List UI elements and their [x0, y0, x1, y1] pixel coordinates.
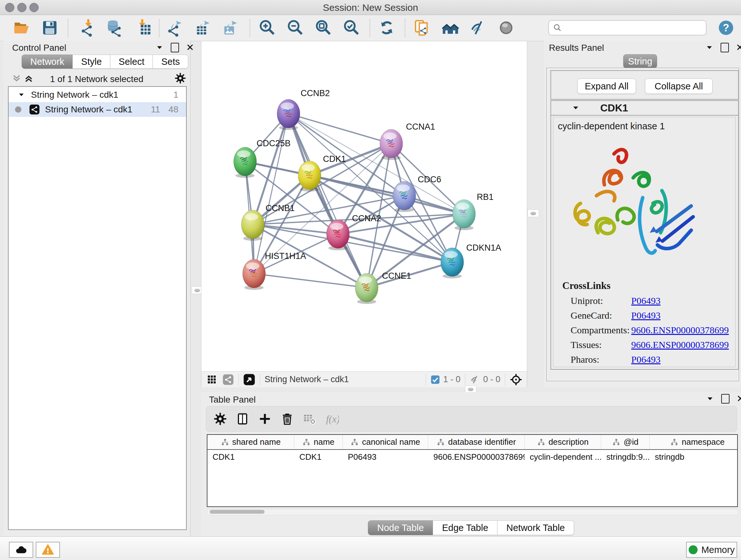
tab-string[interactable]: String [623, 54, 657, 68]
help-button[interactable]: ? [718, 19, 736, 38]
network-selection-status: 1 of 1 Network selected [3, 74, 190, 84]
birdseye-view-icon[interactable] [243, 374, 255, 386]
zoom-in-button[interactable] [259, 19, 277, 37]
search-box[interactable] [548, 20, 706, 36]
crosslink-value-link[interactable]: P06493 [631, 295, 661, 306]
crosslink-value-link[interactable]: 9606.ENSP00000378699 [631, 325, 729, 335]
close-panel-button[interactable]: ✕ [736, 44, 741, 52]
columns-button[interactable] [235, 412, 250, 426]
tab-sets[interactable]: Sets [152, 55, 188, 69]
float-panel-button[interactable] [721, 43, 729, 52]
tab-style[interactable]: Style [72, 55, 110, 69]
network-canvas[interactable]: CCNB2CCNA1CDC25BCDK1CDC6RB1CCNB1CCNA2CDK… [201, 41, 527, 371]
column-header-namespace[interactable]: namespace [650, 435, 738, 449]
zoom-selected-button[interactable] [343, 19, 361, 37]
float-panel-caret-icon[interactable] [706, 395, 714, 403]
options-gear-icon[interactable] [174, 72, 186, 84]
column-header-database-identifier[interactable]: database identifier [428, 435, 525, 449]
tab-select[interactable]: Select [110, 55, 153, 69]
zoom-fit-button[interactable] [315, 19, 333, 37]
column-header-description[interactable]: description [525, 435, 601, 449]
entry-collapse-caret-icon[interactable] [571, 104, 580, 112]
node-label-CCNA1: CCNA1 [406, 122, 435, 132]
control-panel-window-controls: ✕ [155, 43, 194, 52]
save-session-button[interactable] [41, 19, 59, 37]
expand-all-button[interactable]: Expand All [577, 78, 636, 94]
share-chip-icon[interactable] [222, 374, 234, 385]
memory-button[interactable]: Memory [686, 542, 737, 558]
table-body: CDK1CDK1P064939606.ENSP00000378699cyclin… [207, 450, 737, 464]
node-label-HIST1H1A: HIST1H1A [265, 251, 306, 261]
network-node-CDKN1A[interactable] [441, 248, 464, 278]
network-node-RB1[interactable] [453, 199, 475, 230]
network-node-CCNB1[interactable] [241, 210, 264, 241]
network-graph[interactable]: CCNB2CCNA1CDC25BCDK1CDC6RB1CCNB1CCNA2CDK… [201, 41, 527, 371]
string-document-button[interactable] [413, 19, 431, 37]
table-panel-title: Table Panel [209, 395, 256, 405]
caret-down-icon [705, 44, 714, 52]
export-table-button[interactable] [195, 19, 213, 37]
tree-expand-caret-icon[interactable] [17, 91, 25, 99]
crosslink-row: Tissues:9606.ENSP00000378699 [570, 337, 730, 352]
import-network-file-button[interactable] [78, 19, 96, 37]
column-header-canonical-name[interactable]: canonical name [343, 435, 428, 449]
tab-network-table[interactable]: Network Table [497, 520, 574, 535]
table-horizontal-scrollbar[interactable] [207, 509, 738, 515]
crosslink-value-link[interactable]: P06493 [631, 354, 661, 365]
close-panel-button[interactable]: ✕ [737, 395, 741, 403]
hide-selected-button[interactable] [469, 19, 488, 37]
column-header-name[interactable]: name [294, 435, 343, 449]
network-node-HIST1H1A[interactable] [243, 259, 266, 290]
column-header-shared-name[interactable]: shared name [207, 435, 294, 449]
import-network-database-icon [105, 19, 123, 37]
network-node-CCNE1[interactable] [355, 273, 378, 304]
gene-entry-header[interactable]: CDK1 [551, 101, 738, 116]
glass-ball-button[interactable] [497, 19, 516, 37]
zoom-out-button[interactable] [286, 19, 305, 37]
table-row[interactable]: CDK1CDK1P064939606.ENSP00000378699cyclin… [207, 450, 737, 464]
float-panel-caret-icon[interactable] [155, 44, 164, 52]
warnings-button[interactable] [36, 542, 60, 558]
gear-button[interactable] [213, 412, 227, 426]
gear-icon [213, 412, 227, 426]
export-network-button[interactable] [166, 19, 185, 37]
float-panel-button[interactable] [721, 394, 730, 403]
import-network-database-button[interactable] [105, 19, 123, 37]
column-type-icon [537, 438, 545, 446]
crosslink-value-link[interactable]: P06493 [631, 310, 661, 321]
network-collection-row[interactable]: String Network – cdk1 1 [9, 87, 186, 102]
network-node-CDC25B[interactable] [233, 147, 257, 178]
table-cell: CDK1 [207, 450, 294, 464]
selected-checkbox-icon[interactable] [430, 375, 440, 384]
collapse-all-button[interactable]: Collapse All [645, 78, 713, 94]
tab-network[interactable]: Network [22, 55, 72, 69]
float-panel-button[interactable] [171, 43, 179, 52]
trash-button[interactable] [280, 412, 294, 426]
right-splitter-handle[interactable] [528, 209, 539, 217]
grid-icon-icon [206, 374, 217, 385]
export-image-button[interactable] [222, 19, 241, 37]
crosslink-value-link[interactable]: 9606.ENSP00000378699 [631, 339, 729, 350]
import-table-file-button[interactable] [134, 19, 152, 37]
crosslink-row: Pharos:P06493 [570, 352, 730, 367]
float-panel-caret-icon[interactable] [705, 44, 714, 52]
grid-view-icon[interactable] [206, 374, 217, 385]
crosshair-icon[interactable] [510, 373, 522, 386]
open-session-button[interactable] [13, 19, 31, 37]
cloud-status-button[interactable] [9, 542, 33, 558]
tab-edge-table[interactable]: Edge Table [433, 520, 497, 535]
close-panel-button[interactable]: ✕ [186, 44, 194, 52]
search-input[interactable] [562, 23, 697, 33]
node-table[interactable]: shared namenamecanonical namedatabase id… [207, 434, 738, 507]
network-node-CCNA1[interactable] [380, 129, 403, 160]
scrollbar-thumb[interactable] [210, 510, 265, 514]
save-session-icon [41, 19, 59, 37]
export-table-icon [195, 19, 212, 37]
column-header--id[interactable]: @id [601, 435, 650, 449]
network-node-CCNB2[interactable] [277, 99, 300, 130]
tab-node-table[interactable]: Node Table [368, 520, 433, 535]
network-row-selected[interactable]: String Network – cdk1 11 48 [9, 102, 186, 117]
refresh-button[interactable] [378, 19, 396, 37]
first-neighbors-button[interactable] [442, 19, 460, 37]
add-button[interactable] [258, 412, 272, 426]
